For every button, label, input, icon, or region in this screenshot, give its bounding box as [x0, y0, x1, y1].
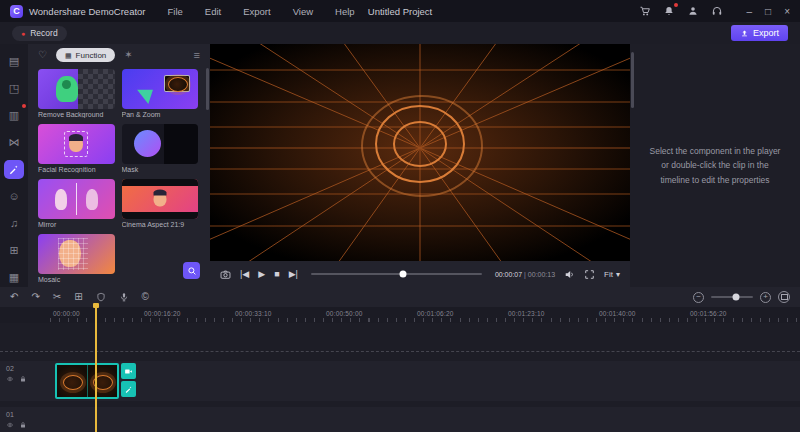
- tab-function[interactable]: ▦ Function: [56, 48, 115, 62]
- plugins-icon: ⊞: [9, 245, 18, 256]
- copyright-watermark-icon[interactable]: ©: [142, 292, 149, 302]
- properties-scrollbar[interactable]: [631, 52, 634, 108]
- export-button[interactable]: Export: [731, 25, 788, 41]
- menu-export[interactable]: Export: [243, 6, 270, 17]
- zoom-handle[interactable]: [733, 294, 740, 301]
- voiceover-mic-icon[interactable]: [119, 292, 129, 302]
- sidebar-item-plugins[interactable]: ⊞: [4, 241, 24, 260]
- playhead[interactable]: [95, 303, 97, 432]
- templates-icon: ▦: [9, 272, 19, 283]
- sidebar-item-stickers[interactable]: ☺: [4, 187, 24, 206]
- effects-tabs: ♡ ▦ Function ✶ ≡: [28, 44, 210, 66]
- timeline-toolbar: ↶ ↷ ✂ ⊞ © − +: [0, 287, 800, 307]
- wand-icon: [124, 385, 133, 394]
- notifications-bell-icon[interactable]: [663, 5, 676, 18]
- snapshot-camera-icon[interactable]: [220, 269, 231, 280]
- effect-card-mosaic[interactable]: Mosaic: [38, 234, 115, 283]
- sidebar-item-media[interactable]: ▤: [4, 52, 24, 71]
- effect-label: Remove Background: [38, 111, 115, 118]
- play-button[interactable]: ▶: [258, 270, 265, 279]
- video-clip[interactable]: [55, 363, 119, 399]
- track-number: 02: [6, 365, 27, 372]
- track-visibility-eye-icon[interactable]: [6, 375, 14, 383]
- panel-menu-icon[interactable]: ≡: [194, 50, 200, 61]
- minimize-button[interactable]: –: [747, 6, 753, 17]
- timeline-zoom-controls: − +: [693, 291, 790, 303]
- grid-icon: ▦: [65, 52, 72, 59]
- zoom-fit-icon[interactable]: [778, 291, 790, 303]
- zoom-in-button[interactable]: +: [760, 292, 771, 303]
- seek-handle[interactable]: [400, 271, 407, 278]
- record-button[interactable]: ● Record: [12, 26, 67, 41]
- fit-dropdown[interactable]: Fit ▾: [604, 270, 620, 279]
- track-02[interactable]: 02: [0, 361, 800, 401]
- previous-frame-button[interactable]: |◀: [240, 270, 249, 279]
- titlebar: C Wondershare DemoCreator File Edit Expo…: [0, 0, 800, 22]
- sidebar-item-audio[interactable]: ♫: [4, 214, 24, 233]
- captions-badge: [22, 104, 26, 108]
- track-lock-icon[interactable]: [19, 421, 27, 429]
- effect-card-mask[interactable]: Mask: [122, 124, 199, 173]
- undo-icon[interactable]: ↶: [10, 292, 18, 302]
- close-button[interactable]: ×: [784, 6, 790, 17]
- redo-icon[interactable]: ↷: [31, 292, 39, 302]
- effects-scrollbar[interactable]: [206, 68, 209, 110]
- support-headset-icon[interactable]: [711, 5, 724, 18]
- cursor-shield-icon[interactable]: [96, 292, 106, 302]
- menu-view[interactable]: View: [293, 6, 313, 17]
- effect-card-facial-recognition[interactable]: Facial Recognition: [38, 124, 115, 173]
- zoom-out-button[interactable]: −: [693, 292, 704, 303]
- sidebar-item-annotations[interactable]: ◳: [4, 79, 24, 98]
- volume-icon[interactable]: [564, 269, 575, 280]
- next-frame-button[interactable]: ▶|: [289, 270, 298, 279]
- account-user-icon[interactable]: [687, 5, 700, 18]
- titlebar-actions: – □ ×: [639, 5, 790, 18]
- seek-slider[interactable]: [311, 273, 482, 275]
- maximize-button[interactable]: □: [765, 6, 771, 17]
- favorites-heart-icon[interactable]: ♡: [38, 50, 47, 60]
- sidebar-item-effects[interactable]: [4, 160, 24, 179]
- clip-effect-action-button[interactable]: [121, 381, 136, 397]
- sidebar-item-transitions[interactable]: ⋈: [4, 133, 24, 152]
- menu-edit[interactable]: Edit: [205, 6, 221, 17]
- menu-help[interactable]: Help: [335, 6, 355, 17]
- effect-card-remove-background[interactable]: Remove Background: [38, 69, 115, 118]
- my-effects-icon[interactable]: ✶: [124, 50, 132, 60]
- ruler-label: 00:01:56:20: [690, 310, 727, 317]
- track-01[interactable]: 01: [0, 407, 800, 432]
- effect-art: [55, 189, 67, 210]
- search-icon: [187, 266, 197, 276]
- effect-thumbnail: [122, 179, 199, 219]
- effect-thumbnail: [38, 124, 115, 164]
- effect-card-mirror[interactable]: Mirror: [38, 179, 115, 228]
- ruler-ticks: [50, 318, 800, 322]
- window-controls: – □ ×: [747, 6, 790, 17]
- clip-video-action-button[interactable]: [121, 363, 136, 379]
- effect-card-pan-zoom[interactable]: Pan & Zoom: [122, 69, 199, 118]
- track-header: 02: [6, 365, 27, 383]
- effect-label: Mask: [122, 166, 199, 173]
- zoom-slider[interactable]: [711, 296, 753, 298]
- search-button[interactable]: [183, 262, 200, 279]
- split-scissors-icon[interactable]: ✂: [53, 292, 61, 302]
- total-time: 00:00:13: [528, 271, 555, 278]
- menu-file[interactable]: File: [168, 6, 183, 17]
- timeline-ruler[interactable]: 00:00:00 00:00:16:20 00:00:33:10 00:00:5…: [0, 307, 800, 323]
- effect-thumbnail: [38, 234, 115, 274]
- crop-icon[interactable]: ⊞: [74, 292, 82, 302]
- video-canvas[interactable]: [210, 44, 630, 261]
- track-lock-icon[interactable]: [19, 375, 27, 383]
- sidebar-item-templates[interactable]: ▦: [4, 268, 24, 287]
- effect-art: [122, 179, 199, 186]
- app-name: Wondershare DemoCreator: [29, 6, 146, 17]
- player-controls: |◀ ▶ ■ ▶| 00:00:07 | 00:00:13 Fit ▾: [210, 261, 630, 287]
- track-header: 01: [6, 411, 27, 429]
- timeline-tracks[interactable]: 02 01: [0, 323, 800, 432]
- store-cart-icon[interactable]: [639, 5, 652, 18]
- sidebar-item-captions[interactable]: ▥: [4, 106, 24, 125]
- fullscreen-icon[interactable]: [584, 269, 595, 280]
- stop-button[interactable]: ■: [274, 270, 279, 279]
- track-visibility-eye-icon[interactable]: [6, 421, 14, 429]
- effect-card-cinema-aspect[interactable]: Cinema Aspect 21:9: [122, 179, 199, 228]
- navigation-sidebar: ▤ ◳ ▥ ⋈ ☺ ♫ ⊞ ▦: [0, 44, 28, 287]
